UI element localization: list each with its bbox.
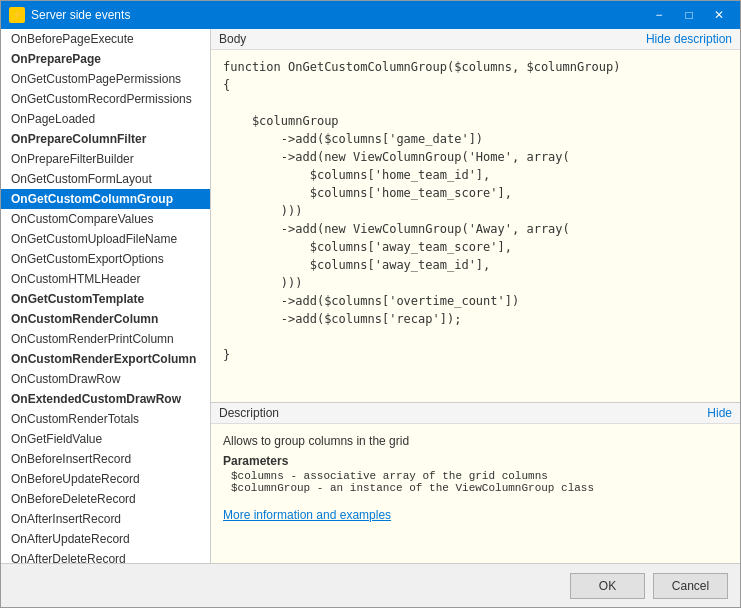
code-editor[interactable]: function OnGetCustomColumnGroup($columns… — [211, 50, 740, 402]
footer: OK Cancel — [1, 563, 740, 607]
sidebar: OnBeforePageExecuteOnPreparePageOnGetCus… — [1, 29, 211, 563]
sidebar-item[interactable]: OnCustomRenderPrintColumn — [1, 329, 210, 349]
sidebar-item[interactable]: OnGetCustomExportOptions — [1, 249, 210, 269]
body-section-header: Body Hide description — [211, 29, 740, 50]
sidebar-item[interactable]: OnAfterUpdateRecord — [1, 529, 210, 549]
description-label: Description — [219, 406, 279, 420]
minimize-button[interactable]: − — [646, 6, 672, 24]
description-section-header: Description Hide — [211, 403, 740, 424]
sidebar-item[interactable]: OnGetCustomFormLayout — [1, 169, 210, 189]
title-bar: ⚡ Server side events − □ ✕ — [1, 1, 740, 29]
window-icon: ⚡ — [9, 7, 25, 23]
ok-button[interactable]: OK — [570, 573, 645, 599]
body-section: Body Hide description function OnGetCust… — [211, 29, 740, 403]
sidebar-item[interactable]: OnBeforePageExecute — [1, 29, 210, 49]
param-line: $columns - associative array of the grid… — [223, 470, 728, 482]
sidebar-item[interactable]: OnGetCustomColumnGroup — [1, 189, 210, 209]
sidebar-item[interactable]: OnCustomHTMLHeader — [1, 269, 210, 289]
hide-link[interactable]: Hide — [707, 406, 732, 420]
sidebar-item[interactable]: OnCustomRenderTotals — [1, 409, 210, 429]
description-content: Allows to group columns in the grid Para… — [211, 424, 740, 563]
sidebar-item[interactable]: OnExtendedCustomDrawRow — [1, 389, 210, 409]
right-panel: Body Hide description function OnGetCust… — [211, 29, 740, 563]
params-label: Parameters — [223, 454, 728, 468]
sidebar-item[interactable]: OnPageLoaded — [1, 109, 210, 129]
window-controls: − □ ✕ — [646, 6, 732, 24]
sidebar-item[interactable]: OnGetFieldValue — [1, 429, 210, 449]
sidebar-item[interactable]: OnAfterDeleteRecord — [1, 549, 210, 563]
description-section: Description Hide Allows to group columns… — [211, 403, 740, 563]
main-window: ⚡ Server side events − □ ✕ OnBeforePageE… — [0, 0, 741, 608]
sidebar-item[interactable]: OnBeforeInsertRecord — [1, 449, 210, 469]
sidebar-item[interactable]: OnCustomRenderExportColumn — [1, 349, 210, 369]
sidebar-item[interactable]: OnGetCustomRecordPermissions — [1, 89, 210, 109]
window-title: Server side events — [31, 8, 646, 22]
param-line: $columnGroup - an instance of the ViewCo… — [223, 482, 728, 494]
close-button[interactable]: ✕ — [706, 6, 732, 24]
sidebar-item[interactable]: OnPrepareColumnFilter — [1, 129, 210, 149]
sidebar-item[interactable]: OnCustomRenderColumn — [1, 309, 210, 329]
sidebar-item[interactable]: OnGetCustomPagePermissions — [1, 69, 210, 89]
more-info-link[interactable]: More information and examples — [223, 508, 391, 522]
sidebar-item[interactable]: OnBeforeDeleteRecord — [1, 489, 210, 509]
sidebar-item[interactable]: OnAfterInsertRecord — [1, 509, 210, 529]
cancel-button[interactable]: Cancel — [653, 573, 728, 599]
sidebar-item[interactable]: OnCustomCompareValues — [1, 209, 210, 229]
sidebar-item[interactable]: OnGetCustomUploadFileName — [1, 229, 210, 249]
hide-description-link[interactable]: Hide description — [646, 32, 732, 46]
body-label: Body — [219, 32, 246, 46]
sidebar-item[interactable]: OnPreparePage — [1, 49, 210, 69]
main-content: OnBeforePageExecuteOnPreparePageOnGetCus… — [1, 29, 740, 563]
description-text: Allows to group columns in the grid — [223, 434, 728, 448]
sidebar-item[interactable]: OnBeforeUpdateRecord — [1, 469, 210, 489]
sidebar-item[interactable]: OnGetCustomTemplate — [1, 289, 210, 309]
sidebar-item[interactable]: OnCustomDrawRow — [1, 369, 210, 389]
sidebar-item[interactable]: OnPrepareFilterBuilder — [1, 149, 210, 169]
maximize-button[interactable]: □ — [676, 6, 702, 24]
